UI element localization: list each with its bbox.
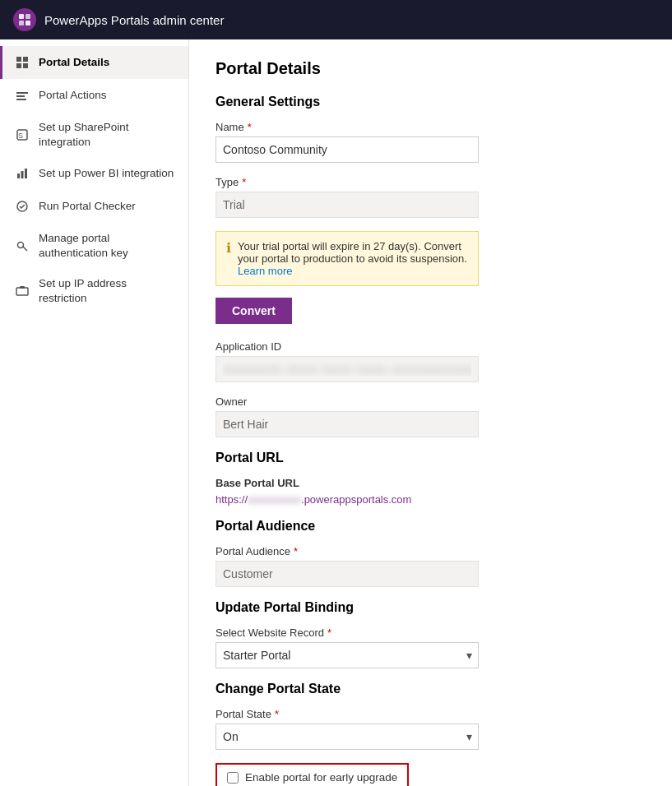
svg-rect-1 (25, 14, 30, 19)
state-label: Portal State * (216, 708, 646, 720)
sidebar-item-label: Portal Actions (39, 88, 107, 103)
app-id-field-group: Application ID (216, 340, 646, 382)
warning-text: Your trial portal will expire in 27 day(… (238, 240, 468, 277)
sidebar-item-label: Set up IP address restriction (39, 276, 177, 305)
warning-icon: ℹ (226, 240, 231, 256)
svg-rect-2 (19, 21, 24, 25)
svg-rect-8 (16, 92, 28, 94)
topbar: PowerApps Portals admin center (0, 0, 672, 39)
svg-rect-9 (16, 95, 25, 97)
type-label: Type * (216, 176, 646, 188)
state-required: * (275, 708, 279, 720)
app-logo (13, 8, 36, 31)
general-settings-title: General Settings (216, 95, 646, 109)
svg-rect-4 (16, 57, 21, 62)
type-input (216, 192, 479, 218)
svg-rect-19 (20, 286, 25, 289)
svg-rect-0 (19, 14, 24, 19)
svg-rect-6 (16, 63, 21, 68)
convert-button[interactable]: Convert (216, 298, 292, 324)
state-select[interactable]: On Off (216, 724, 479, 750)
website-required: * (327, 626, 331, 639)
website-select-wrapper: Starter Portal ▾ (216, 642, 479, 668)
website-select[interactable]: Starter Portal (216, 642, 479, 668)
binding-title: Update Portal Binding (216, 600, 646, 615)
owner-field-group: Owner (216, 395, 646, 437)
audience-label: Portal Audience * (216, 545, 646, 557)
url-blur-part: xxxxxxxxxx (248, 493, 301, 506)
svg-rect-15 (25, 169, 27, 178)
website-label: Select Website Record * (216, 626, 646, 639)
ip-icon (14, 283, 30, 299)
sidebar-item-label: Manage portal authentication key (39, 231, 177, 260)
sidebar-item-portal-checker[interactable]: Run Portal Checker (0, 190, 188, 223)
svg-rect-14 (21, 171, 24, 178)
svg-rect-7 (23, 63, 28, 68)
svg-rect-10 (16, 99, 26, 100)
sidebar-item-portal-details[interactable]: Portal Details (0, 46, 188, 79)
sidebar-item-auth-key[interactable]: Manage portal authentication key (0, 223, 188, 268)
state-select-wrapper: On Off ▾ (216, 724, 479, 750)
portal-audience-section: Portal Audience Portal Audience * (216, 519, 646, 587)
checker-icon (14, 198, 30, 215)
early-upgrade-box: Enable portal for early upgrade (216, 763, 409, 786)
early-upgrade-section: Enable portal for early upgrade If you a… (216, 763, 646, 786)
portal-url-title: Portal URL (216, 451, 646, 465)
portal-state-section: Change Portal State Portal State * On Of… (216, 682, 646, 750)
name-input[interactable] (216, 136, 479, 163)
sidebar-item-ip-restriction[interactable]: Set up IP address restriction (0, 268, 188, 313)
svg-rect-5 (23, 57, 28, 62)
actions-icon (14, 87, 30, 104)
name-required: * (248, 121, 252, 133)
key-icon (14, 238, 30, 254)
early-upgrade-label: Enable portal for early upgrade (245, 771, 397, 784)
svg-point-17 (18, 242, 24, 247)
sharepoint-icon: S (14, 127, 30, 143)
sidebar: Portal Details Portal Actions S Set up S (0, 39, 189, 786)
base-url-label: Base Portal URL (216, 477, 646, 489)
app-id-label: Application ID (216, 340, 646, 353)
svg-rect-18 (16, 288, 28, 295)
type-field-group: Type * (216, 176, 646, 218)
binding-section: Update Portal Binding Select Website Rec… (216, 600, 646, 668)
svg-text:S: S (18, 132, 23, 140)
sidebar-item-label: Run Portal Checker (39, 199, 136, 214)
portal-url-section: Portal URL Base Portal URL https://xxxxx… (216, 451, 646, 506)
app-id-input (216, 356, 479, 382)
grid-icon (14, 54, 30, 71)
svg-rect-3 (25, 21, 30, 25)
svg-rect-13 (17, 173, 20, 178)
portal-url-link[interactable]: https://xxxxxxxxxx.powerappsportals.com (216, 493, 411, 506)
early-upgrade-checkbox[interactable] (227, 772, 239, 784)
sidebar-item-powerbi[interactable]: Set up Power BI integration (0, 157, 188, 190)
type-required: * (242, 176, 246, 188)
sidebar-item-sharepoint[interactable]: S Set up SharePoint integration (0, 112, 188, 157)
owner-input (216, 411, 479, 437)
audience-required: * (294, 545, 298, 557)
audience-input (216, 561, 479, 587)
sidebar-item-portal-actions[interactable]: Portal Actions (0, 79, 188, 112)
name-label: Name * (216, 121, 646, 133)
sidebar-item-label: Set up SharePoint integration (39, 120, 177, 149)
page-title: Portal Details (216, 59, 646, 78)
app-title: PowerApps Portals admin center (44, 13, 224, 27)
portal-state-title: Change Portal State (216, 682, 646, 696)
main-content: Portal Details General Settings Name * T… (189, 39, 672, 786)
sidebar-item-label: Portal Details (39, 55, 109, 70)
portal-audience-title: Portal Audience (216, 519, 646, 534)
trial-warning: ℹ Your trial portal will expire in 27 da… (216, 231, 479, 286)
learn-more-link[interactable]: Learn more (238, 265, 292, 277)
sidebar-item-label: Set up Power BI integration (39, 166, 174, 181)
name-field-group: Name * (216, 121, 646, 163)
owner-label: Owner (216, 395, 646, 408)
powerbi-icon (14, 165, 30, 182)
